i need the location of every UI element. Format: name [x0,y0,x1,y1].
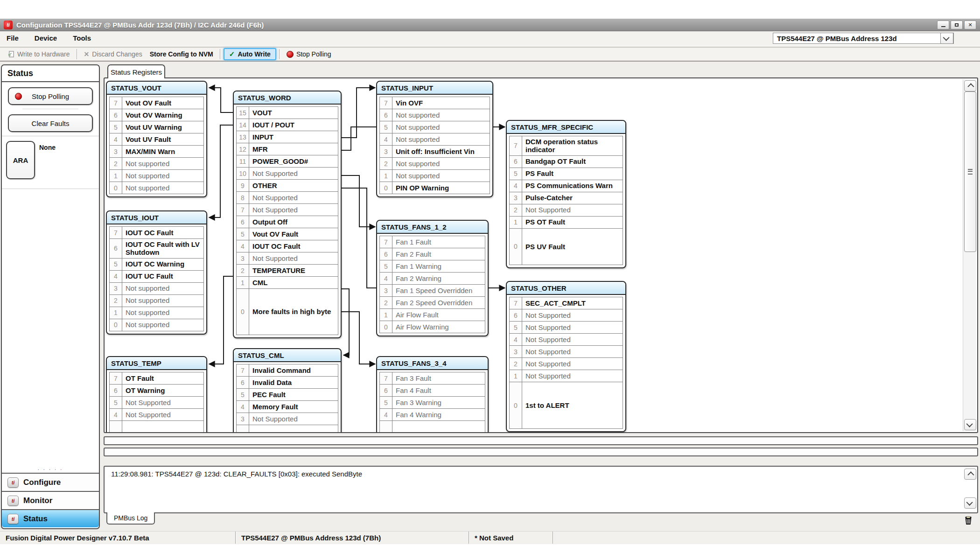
bit-label: IOUT UC Fault [122,271,203,282]
collapsed-panel-strip[interactable] [104,448,978,456]
bit-row: 14IOUT / POUT [236,119,338,131]
bit-row: 4Fan 2 Warning [379,272,485,285]
bit-label: More faults in high byte [249,289,338,335]
scroll-up-button[interactable] [964,469,976,480]
sidebar-item-configure[interactable]: tiConfigure [2,473,99,491]
bit-row: 6Fan 4 Fault [379,384,485,397]
bit-number: 4 [510,334,522,345]
bit-number: 2 [380,158,392,169]
bit-row: 4Vout UV Fault [109,133,204,146]
register-title: STATUS_VOUT [107,82,206,95]
register-title: STATUS_MFR_SPECIFIC [507,121,625,134]
collapsed-panel-strip[interactable] [104,436,978,445]
bit-number: 3 [380,146,392,157]
bit-number: 0 [380,321,392,333]
bit-number: 7 [237,364,249,376]
minimize-button[interactable] [937,21,949,29]
bit-number: 6 [510,309,522,321]
bit-number: 1 [380,170,392,182]
ara-button[interactable]: ARA [6,141,35,179]
restore-button[interactable] [951,21,963,29]
clear-faults-label: Clear Faults [32,119,70,127]
bit-label: Not Supported [249,413,338,425]
stop-polling-toolbar-button[interactable]: Stop Polling [283,49,335,59]
register-status-mfr-specific: STATUS_MFR_SPECIFIC7DCM operation status… [506,120,626,268]
scroll-down-button[interactable] [964,497,976,509]
bit-label: PS Communications Warn [522,180,623,192]
bit-row: 5Fan 3 Warning [379,396,485,409]
bit-label: POWER_GOOD# [249,155,338,167]
close-button[interactable]: ✕ [964,21,976,29]
log-vertical-scrollbar[interactable] [963,468,976,511]
stop-polling-icon [15,93,22,100]
bit-row: 1Not supported [109,307,204,319]
write-to-hardware-button[interactable]: Write to Hardware [4,49,74,59]
bit-row: 6Not supported [379,109,490,121]
toolbar-separator [279,49,280,59]
register-title: STATUS_TEMP [107,357,206,370]
bit-label: OT Fault [122,372,203,384]
sidebar-item-monitor[interactable]: tiMonitor [2,491,99,509]
bit-label: MAX/MIN Warn [122,146,203,157]
bit-label: Air Flow Warning [392,321,485,333]
bit-number: 1 [237,277,249,288]
bit-label: OT Warning [122,385,203,396]
main-vertical-scrollbar[interactable] [963,79,976,431]
bit-number: 3 [380,285,392,296]
clear-log-button[interactable] [962,514,974,526]
bit-label: 1st to ALERT [522,382,623,428]
bit-row: 7IOUT OC Fault [109,226,204,239]
sidebar-item-status[interactable]: tiStatus [2,509,99,527]
bit-row: 2Not supported [379,157,490,170]
tab-pmbus-log[interactable]: PMBus Log [106,512,155,525]
bit-row: 3Not Supported [509,345,623,358]
register-title: STATUS_FANS_3_4 [377,357,488,370]
scroll-down-button[interactable] [964,419,976,430]
status-sidebar: Status Stop Polling Clear Faults ARA Non… [1,64,100,529]
tab-status-registers[interactable]: Status Registers [107,64,165,78]
bit-label: IOUT OC Fault [122,227,203,238]
bit-number: 5 [510,322,522,333]
bit-row: 2TEMPERATURE [236,264,338,277]
bit-label: Fan 1 Fault [392,236,485,248]
register-title: STATUS_WORD [234,91,341,105]
bit-label: Vin OVF [392,97,490,109]
discard-changes-button[interactable]: ✕ Discard Changes [80,49,146,59]
menu-tools[interactable]: Tools [71,33,93,43]
chevron-down-icon[interactable] [940,33,953,44]
grip-icon [968,169,973,175]
bit-number: 2 [510,358,522,370]
device-selector[interactable]: TPS544E27 @ PMBus Address 123d [773,33,954,44]
bit-row: 0PS UV Fault [509,228,623,266]
bit-number: 0 [237,289,249,335]
bit-number: 6 [380,385,392,396]
menu-device[interactable]: Device [33,33,59,43]
bit-row: 3Not supported [109,282,204,295]
bit-row: 4Fan 4 Warning [379,408,485,421]
bit-label: Not Supported [522,204,623,216]
sidebar-splitter-handle[interactable]: . . . . . [2,466,99,473]
scrollbar-thumb[interactable] [964,91,976,252]
register-status-temp: STATUS_TEMP7OT Fault6OT Warning5Not Supp… [106,356,207,432]
status-registers-panel: STATUS_VOUT7Vout OV Fault6Vout OV Warnin… [104,77,978,433]
clear-faults-button[interactable]: Clear Faults [8,114,93,132]
bit-label: Vout UV Fault [122,133,203,145]
bit-number: 0 [110,182,122,194]
bit-label: Vout OV Fault [122,97,203,109]
scroll-up-button[interactable] [964,80,976,91]
register-status-input: STATUS_INPUT7Vin OVF6Not supported5Not s… [376,81,493,197]
store-config-nvm-button[interactable]: Store Config to NVM [146,49,217,59]
statusbar-save-state: * Not Saved [469,532,553,544]
divider [2,136,99,136]
menu-file[interactable]: File [5,33,21,43]
bit-number: 12 [237,143,249,155]
bit-row: 7DCM operation status indicator [509,136,623,156]
device-selector-value: TPS544E27 @ PMBus Address 123d [773,35,940,42]
auto-write-toggle[interactable]: ✓ Auto Write [224,48,276,60]
bit-number: 6 [380,248,392,260]
bit-label: Fan 2 Fault [392,248,485,260]
bit-label: OTHER [249,180,338,191]
bit-row: 3MAX/MIN Warn [109,145,204,158]
stop-polling-button[interactable]: Stop Polling [8,87,93,105]
bit-number: 6 [380,109,392,121]
